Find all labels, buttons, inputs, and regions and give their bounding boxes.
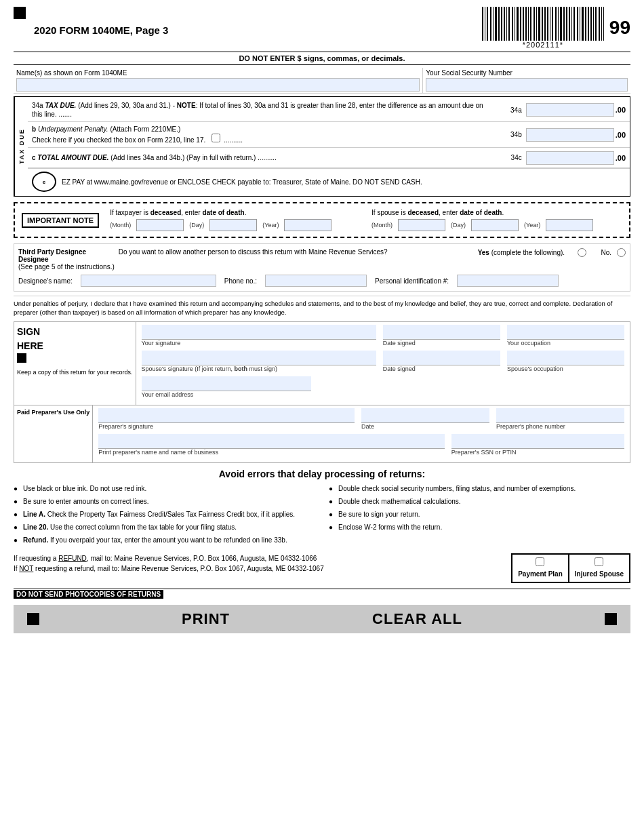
- paid-label-col: Paid Preparer's Use Only: [14, 405, 93, 462]
- ssn-cell: Your Social Security Number: [423, 68, 630, 93]
- taxpayer-deceased-col: If taxpayer is deceased, enter date of d…: [110, 209, 361, 231]
- tax-input-34a[interactable]: [526, 103, 614, 117]
- spouse-date-label: Date signed: [383, 365, 500, 372]
- preparer-date-label: Date: [361, 423, 489, 430]
- tax-line-34a: 34a TAX DUE. (Add lines 29, 30, 30a and …: [28, 98, 630, 122]
- sign-label-col: SIGNHERE Keep a copy of this return for …: [14, 322, 136, 405]
- taxpayer-day-input[interactable]: [209, 219, 257, 231]
- designee-pin-input[interactable]: [457, 275, 559, 287]
- header-right: *2002111* 99: [482, 7, 630, 49]
- right-bullet-col: ● Double check social security numbers, …: [329, 483, 630, 548]
- spouse-deceased-text: If spouse is deceased, enter date of dea…: [371, 209, 622, 216]
- name-input[interactable]: [16, 78, 420, 92]
- spouse-day-input[interactable]: [471, 219, 519, 231]
- bullet-dot: ●: [329, 483, 334, 494]
- bullet-dot: ●: [14, 509, 19, 519]
- spouse-signature-input[interactable]: [142, 351, 376, 365]
- payment-plan-checkbox[interactable]: [536, 557, 544, 566]
- tax-line-34c: c TOTAL AMOUNT DUE. (Add lines 34a and 3…: [28, 148, 630, 168]
- preparer-date-input[interactable]: [361, 408, 489, 423]
- spouse-occupation-label: Spouse's occupation: [507, 365, 624, 372]
- designee-phone-input[interactable]: [265, 275, 367, 287]
- injured-spouse-label: Injured Spouse: [575, 569, 624, 579]
- third-party-section: Third Party Designee Designee (See page …: [14, 243, 630, 292]
- corner-mark-icon: [14, 7, 26, 19]
- spouse-year-label: (Year): [524, 222, 540, 229]
- left-bullet-col: ● Use black or blue ink. Do not use red …: [14, 483, 315, 548]
- third-party-question: Do you want to allow another person to d…: [119, 248, 474, 256]
- yes-radio[interactable]: [578, 248, 586, 257]
- spouse-month-label: (Month): [371, 222, 393, 229]
- ez-pay-row: e EZ PAY at www.maine.gov/revenue or ENC…: [28, 168, 630, 195]
- spouse-signature-block: Spouse's signature (If joint return, bot…: [142, 351, 376, 372]
- barcode-number: *2002111*: [523, 41, 563, 49]
- taxpayer-year-input[interactable]: [284, 219, 331, 231]
- preparer-name-input[interactable]: [98, 434, 445, 449]
- taxpayer-day-label: (Day): [189, 222, 204, 229]
- taxpayer-month-input[interactable]: [136, 219, 184, 231]
- bullet-item: ● Be sure to enter amounts on correct li…: [14, 496, 315, 507]
- preparer-sig-input[interactable]: [98, 408, 355, 423]
- tax-due-vert-label: TAX DUE: [14, 97, 28, 196]
- spouse-month-input[interactable]: [398, 219, 445, 231]
- third-party-fields: Designee's name: Phone no.: Personal ide…: [18, 275, 626, 287]
- tax-line-34b: b Underpayment Penalty. (Attach Form 221…: [28, 122, 630, 148]
- bullet-text: Be sure to sign your return.: [338, 509, 420, 519]
- form2210-checkbox[interactable]: [212, 134, 220, 142]
- date-signed-input[interactable]: [383, 325, 500, 340]
- line-ref-34a: 34a: [495, 106, 522, 114]
- clear-all-button[interactable]: CLEAR ALL: [372, 610, 462, 628]
- tax-line-34a-label: 34a TAX DUE. (Add lines 29, 30, 30a and …: [32, 102, 483, 118]
- occupation-input[interactable]: [507, 325, 624, 340]
- no-radio[interactable]: [617, 248, 626, 257]
- print-button[interactable]: PRINT: [182, 610, 230, 628]
- suffix-34b: .00: [616, 131, 626, 139]
- footer-corner-right: [605, 613, 617, 625]
- yes-no-area: Yes (complete the following). No.: [478, 248, 626, 257]
- page-header: 2020 FORM 1040ME, Page 3 *2002111* 99: [14, 7, 630, 49]
- preparer-phone-input[interactable]: [496, 408, 624, 423]
- third-party-see: (See page 5 of the instructions.): [18, 263, 115, 271]
- occupation-block: Your occupation: [507, 325, 624, 346]
- bullet-dot: ●: [329, 496, 334, 507]
- yes-label: Yes (complete the following).: [478, 249, 565, 256]
- bullet-dot: ●: [14, 535, 19, 545]
- footer-corner-left: [27, 613, 39, 625]
- spouse-deceased-col: If spouse is deceased, enter date of dea…: [371, 209, 622, 231]
- preparer-ssn-input[interactable]: [451, 434, 624, 449]
- tax-line-34c-text: c TOTAL AMOUNT DUE. (Add lines 34a and 3…: [32, 153, 495, 162]
- barcode-image: [482, 7, 604, 41]
- third-party-header: Third Party Designee Designee (See page …: [18, 248, 626, 271]
- mailing-section: Payment Plan Injured Spouse If requestin…: [14, 553, 630, 583]
- bullet-text: Be sure to enter amounts on correct line…: [23, 496, 149, 507]
- injured-spouse-box: Injured Spouse: [569, 554, 630, 582]
- tax-input-34b[interactable]: [526, 128, 614, 142]
- bullet-item: ● Refund. If you overpaid your tax, ente…: [14, 535, 315, 545]
- tax-due-section: TAX DUE 34a TAX DUE. (Add lines 29, 30, …: [14, 96, 630, 197]
- ssn-input[interactable]: [426, 78, 628, 92]
- designee-name-input[interactable]: [81, 275, 216, 287]
- do-not-send-label: DO NOT SEND PHOTOCOPIES OF RETURNS: [14, 590, 163, 599]
- important-note-box: IMPORTANT NOTE If taxpayer is deceased, …: [14, 202, 630, 238]
- paid-inner: Paid Preparer's Use Only Preparer's sign…: [14, 405, 630, 462]
- preparer-name-block: Print preparer's name and name of busine…: [98, 434, 445, 456]
- your-signature-label: Your signature: [142, 340, 376, 346]
- ez-pay-text: EZ PAY at www.maine.gov/revenue or ENCLO…: [62, 178, 422, 186]
- sign-here-label: SIGNHERE: [17, 325, 133, 366]
- date-signed-label: Date signed: [383, 340, 500, 346]
- spouse-occupation-input[interactable]: [507, 351, 624, 365]
- spouse-date-input[interactable]: [383, 351, 500, 365]
- bullet-dot: ●: [14, 522, 19, 532]
- taxpayer-year-label: (Year): [262, 222, 279, 229]
- email-input[interactable]: [142, 376, 311, 391]
- tax-input-34c[interactable]: [526, 151, 614, 165]
- bullet-item: ● Enclose W-2 forms with the return.: [329, 522, 630, 532]
- avoid-errors-section: Avoid errors that delay processing of re…: [14, 469, 630, 548]
- designee-name-label: Designee's name:: [18, 277, 73, 285]
- page-number: 99: [609, 17, 630, 39]
- spouse-year-input[interactable]: [546, 219, 593, 231]
- bullet-text: Use black or blue ink. Do not use red in…: [23, 483, 146, 494]
- injured-spouse-checkbox[interactable]: [595, 557, 603, 566]
- your-signature-input[interactable]: [142, 325, 376, 340]
- sign-inner: SIGNHERE Keep a copy of this return for …: [14, 322, 630, 405]
